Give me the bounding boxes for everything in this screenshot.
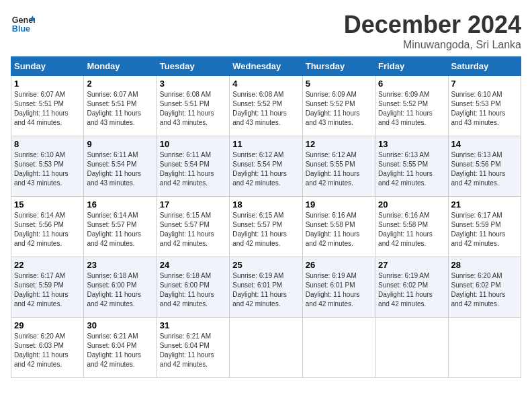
day-number: 2	[87, 79, 153, 89]
day-number: 20	[378, 199, 445, 210]
day-info: Sunrise: 6:14 AMSunset: 5:56 PMDaylight:…	[14, 211, 81, 248]
day-number: 4	[232, 79, 299, 89]
day-number: 11	[232, 139, 299, 149]
calendar-cell: 7Sunrise: 6:10 AMSunset: 5:53 PMDaylight…	[448, 76, 521, 136]
calendar-cell: 18Sunrise: 6:15 AMSunset: 5:57 PMDayligh…	[230, 197, 302, 257]
calendar-cell: 1Sunrise: 6:07 AMSunset: 5:51 PMDaylight…	[11, 76, 84, 136]
day-number: 21	[451, 199, 518, 210]
day-header-wednesday: Wednesday	[230, 57, 302, 76]
day-info: Sunrise: 6:16 AMSunset: 5:58 PMDaylight:…	[306, 211, 372, 248]
svg-text:Blue: Blue	[12, 24, 30, 34]
calendar-cell	[302, 318, 375, 378]
day-info: Sunrise: 6:21 AMSunset: 6:04 PMDaylight:…	[160, 332, 226, 369]
calendar-cell: 6Sunrise: 6:09 AMSunset: 5:52 PMDaylight…	[375, 76, 448, 136]
day-number: 27	[378, 260, 445, 270]
day-info: Sunrise: 6:18 AMSunset: 6:00 PMDaylight:…	[160, 271, 226, 309]
day-number: 19	[306, 199, 372, 210]
day-info: Sunrise: 6:12 AMSunset: 5:54 PMDaylight:…	[232, 150, 299, 188]
calendar-cell: 19Sunrise: 6:16 AMSunset: 5:58 PMDayligh…	[302, 197, 375, 257]
day-info: Sunrise: 6:08 AMSunset: 5:52 PMDaylight:…	[232, 90, 299, 128]
calendar-cell: 28Sunrise: 6:20 AMSunset: 6:02 PMDayligh…	[448, 257, 521, 318]
calendar-cell: 24Sunrise: 6:18 AMSunset: 6:00 PMDayligh…	[157, 257, 229, 318]
calendar-week-2: 8Sunrise: 6:10 AMSunset: 5:53 PMDaylight…	[11, 136, 521, 197]
calendar-cell: 11Sunrise: 6:12 AMSunset: 5:54 PMDayligh…	[230, 136, 302, 197]
calendar-cell	[448, 318, 521, 378]
day-info: Sunrise: 6:10 AMSunset: 5:53 PMDaylight:…	[14, 150, 81, 188]
day-info: Sunrise: 6:17 AMSunset: 5:59 PMDaylight:…	[14, 271, 81, 309]
calendar-cell: 31Sunrise: 6:21 AMSunset: 6:04 PMDayligh…	[157, 318, 229, 378]
day-info: Sunrise: 6:10 AMSunset: 5:53 PMDaylight:…	[451, 90, 518, 128]
title-area: December 2024 Minuwangoda, Sri Lanka	[344, 11, 521, 51]
day-header-friday: Friday	[375, 57, 448, 76]
calendar-cell: 16Sunrise: 6:14 AMSunset: 5:57 PMDayligh…	[84, 197, 157, 257]
calendar-cell: 8Sunrise: 6:10 AMSunset: 5:53 PMDaylight…	[11, 136, 84, 197]
calendar-cell: 21Sunrise: 6:17 AMSunset: 5:59 PMDayligh…	[448, 197, 521, 257]
calendar-week-3: 15Sunrise: 6:14 AMSunset: 5:56 PMDayligh…	[11, 197, 521, 257]
calendar-cell: 12Sunrise: 6:12 AMSunset: 5:55 PMDayligh…	[302, 136, 375, 197]
day-number: 22	[14, 260, 81, 270]
day-number: 31	[160, 320, 226, 330]
day-number: 18	[232, 199, 299, 210]
calendar-cell: 4Sunrise: 6:08 AMSunset: 5:52 PMDaylight…	[230, 76, 302, 136]
day-info: Sunrise: 6:08 AMSunset: 5:51 PMDaylight:…	[160, 90, 226, 128]
logo: General Blue	[11, 11, 35, 35]
day-number: 14	[451, 139, 518, 149]
day-info: Sunrise: 6:16 AMSunset: 5:58 PMDaylight:…	[378, 211, 445, 248]
header-row: SundayMondayTuesdayWednesdayThursdayFrid…	[11, 57, 521, 76]
day-info: Sunrise: 6:17 AMSunset: 5:59 PMDaylight:…	[451, 211, 518, 248]
day-info: Sunrise: 6:09 AMSunset: 5:52 PMDaylight:…	[306, 90, 372, 128]
day-number: 29	[14, 320, 81, 330]
day-info: Sunrise: 6:11 AMSunset: 5:54 PMDaylight:…	[87, 150, 153, 188]
day-info: Sunrise: 6:13 AMSunset: 5:56 PMDaylight:…	[451, 150, 518, 188]
day-number: 6	[378, 79, 445, 89]
calendar-week-5: 29Sunrise: 6:20 AMSunset: 6:03 PMDayligh…	[11, 318, 521, 378]
calendar-cell: 15Sunrise: 6:14 AMSunset: 5:56 PMDayligh…	[11, 197, 84, 257]
day-info: Sunrise: 6:13 AMSunset: 5:55 PMDaylight:…	[378, 150, 445, 188]
calendar-cell: 3Sunrise: 6:08 AMSunset: 5:51 PMDaylight…	[157, 76, 229, 136]
day-number: 1	[14, 79, 81, 89]
day-number: 17	[160, 199, 226, 210]
calendar-cell: 2Sunrise: 6:07 AMSunset: 5:51 PMDaylight…	[84, 76, 157, 136]
day-header-saturday: Saturday	[448, 57, 521, 76]
day-number: 23	[87, 260, 153, 270]
day-number: 8	[14, 139, 81, 149]
calendar-cell: 14Sunrise: 6:13 AMSunset: 5:56 PMDayligh…	[448, 136, 521, 197]
calendar-cell	[230, 318, 302, 378]
calendar-cell: 25Sunrise: 6:19 AMSunset: 6:01 PMDayligh…	[230, 257, 302, 318]
day-info: Sunrise: 6:19 AMSunset: 6:01 PMDaylight:…	[306, 271, 372, 309]
calendar-cell: 30Sunrise: 6:21 AMSunset: 6:04 PMDayligh…	[84, 318, 157, 378]
calendar-cell	[375, 318, 448, 378]
calendar-cell: 13Sunrise: 6:13 AMSunset: 5:55 PMDayligh…	[375, 136, 448, 197]
day-info: Sunrise: 6:11 AMSunset: 5:54 PMDaylight:…	[160, 150, 226, 188]
calendar-cell: 5Sunrise: 6:09 AMSunset: 5:52 PMDaylight…	[302, 76, 375, 136]
calendar-cell: 22Sunrise: 6:17 AMSunset: 5:59 PMDayligh…	[11, 257, 84, 318]
day-info: Sunrise: 6:14 AMSunset: 5:57 PMDaylight:…	[87, 211, 153, 248]
logo-icon: General Blue	[11, 11, 35, 35]
day-info: Sunrise: 6:07 AMSunset: 5:51 PMDaylight:…	[14, 90, 81, 128]
day-info: Sunrise: 6:12 AMSunset: 5:55 PMDaylight:…	[306, 150, 372, 188]
month-title: December 2024	[344, 11, 521, 39]
day-number: 24	[160, 260, 226, 270]
location-title: Minuwangoda, Sri Lanka	[344, 39, 521, 51]
day-number: 25	[232, 260, 299, 270]
calendar-cell: 17Sunrise: 6:15 AMSunset: 5:57 PMDayligh…	[157, 197, 229, 257]
day-number: 26	[306, 260, 372, 270]
day-header-sunday: Sunday	[11, 57, 84, 76]
calendar-cell: 10Sunrise: 6:11 AMSunset: 5:54 PMDayligh…	[157, 136, 229, 197]
calendar-cell: 9Sunrise: 6:11 AMSunset: 5:54 PMDaylight…	[84, 136, 157, 197]
day-info: Sunrise: 6:07 AMSunset: 5:51 PMDaylight:…	[87, 90, 153, 128]
day-number: 9	[87, 139, 153, 149]
day-info: Sunrise: 6:20 AMSunset: 6:03 PMDaylight:…	[14, 332, 81, 369]
day-info: Sunrise: 6:15 AMSunset: 5:57 PMDaylight:…	[232, 211, 299, 248]
calendar-week-1: 1Sunrise: 6:07 AMSunset: 5:51 PMDaylight…	[11, 76, 521, 136]
day-number: 30	[87, 320, 153, 330]
day-info: Sunrise: 6:19 AMSunset: 6:02 PMDaylight:…	[378, 271, 445, 309]
day-number: 3	[160, 79, 226, 89]
calendar-cell: 26Sunrise: 6:19 AMSunset: 6:01 PMDayligh…	[302, 257, 375, 318]
day-header-monday: Monday	[84, 57, 157, 76]
calendar-table: SundayMondayTuesdayWednesdayThursdayFrid…	[11, 56, 521, 378]
calendar-cell: 23Sunrise: 6:18 AMSunset: 6:00 PMDayligh…	[84, 257, 157, 318]
day-info: Sunrise: 6:21 AMSunset: 6:04 PMDaylight:…	[87, 332, 153, 369]
day-info: Sunrise: 6:09 AMSunset: 5:52 PMDaylight:…	[378, 90, 445, 128]
day-number: 12	[306, 139, 372, 149]
